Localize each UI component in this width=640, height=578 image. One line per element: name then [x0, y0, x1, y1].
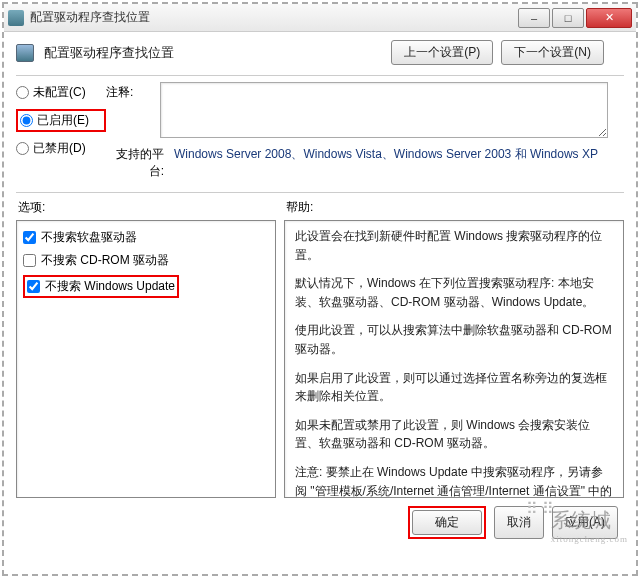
- checkbox-no-wu-input[interactable]: [27, 280, 40, 293]
- comment-label: 注释:: [106, 82, 154, 138]
- ok-button[interactable]: 确定: [412, 510, 482, 535]
- options-heading: 选项:: [18, 199, 286, 216]
- highlight-no-wu: 不搜索 Windows Update: [23, 275, 179, 298]
- comment-input[interactable]: [160, 82, 608, 138]
- highlight-enabled: 已启用(E): [16, 109, 106, 132]
- previous-setting-button[interactable]: 上一个设置(P): [391, 40, 493, 65]
- titlebar: 配置驱动程序查找位置 – □ ✕: [4, 4, 636, 32]
- help-text: 如果未配置或禁用了此设置，则 Windows 会搜索安装位置、软盘驱动器和 CD…: [295, 416, 613, 453]
- platform-label: 支持的平台:: [106, 146, 168, 180]
- radio-enabled-input[interactable]: [20, 114, 33, 127]
- help-text: 注意: 要禁止在 Windows Update 中搜索驱动程序，另请参阅 "管理…: [295, 463, 613, 498]
- app-icon: [8, 10, 24, 26]
- checkbox-label: 不搜索软盘驱动器: [41, 229, 137, 246]
- checkbox-label: 不搜索 Windows Update: [45, 278, 175, 295]
- close-button[interactable]: ✕: [586, 8, 632, 28]
- cancel-button[interactable]: 取消: [494, 506, 544, 539]
- divider: [16, 75, 624, 76]
- next-setting-button[interactable]: 下一个设置(N): [501, 40, 604, 65]
- help-text: 默认情况下，Windows 在下列位置搜索驱动程序: 本地安装、软盘驱动器、CD…: [295, 274, 613, 311]
- checkbox-label: 不搜索 CD-ROM 驱动器: [41, 252, 169, 269]
- radio-not-configured[interactable]: 未配置(C): [16, 84, 106, 101]
- checkbox-no-floppy-input[interactable]: [23, 231, 36, 244]
- radio-not-configured-input[interactable]: [16, 86, 29, 99]
- page-title: 配置驱动程序查找位置: [44, 44, 174, 62]
- policy-icon: [16, 44, 34, 62]
- radio-disabled-input[interactable]: [16, 142, 29, 155]
- help-pane: 此设置会在找到新硬件时配置 Windows 搜索驱动程序的位置。 默认情况下，W…: [284, 220, 624, 498]
- radio-label: 已禁用(D): [33, 140, 86, 157]
- help-text: 使用此设置，可以从搜索算法中删除软盘驱动器和 CD-ROM 驱动器。: [295, 321, 613, 358]
- maximize-button[interactable]: □: [552, 8, 584, 28]
- checkbox-no-cdrom-input[interactable]: [23, 254, 36, 267]
- help-text: 如果启用了此设置，则可以通过选择位置名称旁边的复选框来删除相关位置。: [295, 369, 613, 406]
- help-text: 此设置会在找到新硬件时配置 Windows 搜索驱动程序的位置。: [295, 227, 613, 264]
- radio-label: 未配置(C): [33, 84, 86, 101]
- platform-text: Windows Server 2008、Windows Vista、Window…: [174, 146, 624, 180]
- checkbox-no-windows-update[interactable]: 不搜索 Windows Update: [27, 278, 175, 295]
- checkbox-no-cdrom[interactable]: 不搜索 CD-ROM 驱动器: [23, 252, 269, 269]
- help-heading: 帮助:: [286, 199, 313, 216]
- window-title: 配置驱动程序查找位置: [30, 9, 518, 26]
- radio-label: 已启用(E): [37, 112, 89, 129]
- highlight-ok: 确定: [408, 506, 486, 539]
- radio-enabled[interactable]: 已启用(E): [20, 112, 89, 129]
- options-pane: 不搜索软盘驱动器 不搜索 CD-ROM 驱动器 不搜索 Windows Upda…: [16, 220, 276, 498]
- minimize-button[interactable]: –: [518, 8, 550, 28]
- divider: [16, 192, 624, 193]
- apply-button[interactable]: 应用(A): [552, 506, 618, 539]
- checkbox-no-floppy[interactable]: 不搜索软盘驱动器: [23, 229, 269, 246]
- radio-disabled[interactable]: 已禁用(D): [16, 140, 106, 157]
